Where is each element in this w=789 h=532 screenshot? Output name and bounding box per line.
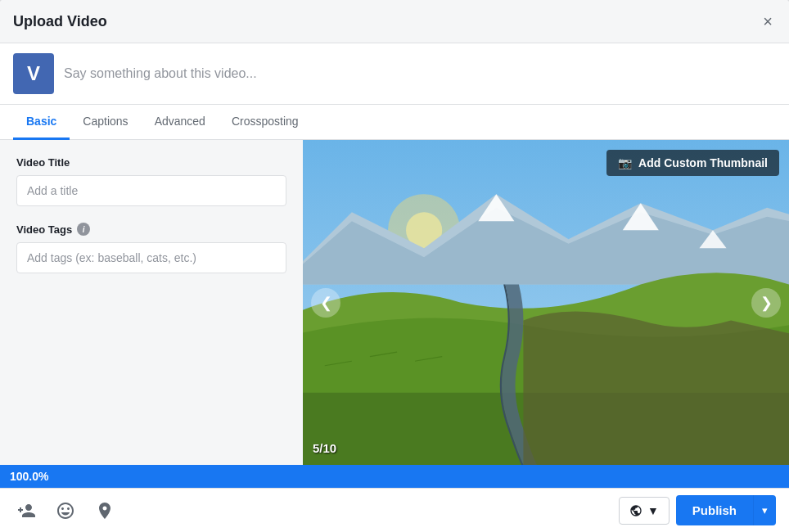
- progress-bar: 100.0%: [0, 465, 789, 488]
- footer-left: [13, 498, 118, 524]
- video-tags-label: Video Tags i: [16, 223, 286, 236]
- thumbnail-counter: 5/10: [313, 441, 336, 455]
- publish-dropdown-arrow: ▾: [762, 504, 768, 516]
- left-panel: Video Title Video Tags i: [0, 140, 303, 465]
- video-title-input[interactable]: [16, 175, 286, 206]
- next-thumbnail-button[interactable]: ❯: [751, 288, 781, 318]
- progress-text: 100.0%: [10, 470, 48, 483]
- location-button[interactable]: [92, 498, 118, 524]
- right-arrow-icon: ❯: [760, 294, 773, 312]
- location-icon: [95, 501, 115, 521]
- video-tags-group: Video Tags i: [16, 223, 286, 273]
- privacy-button[interactable]: ▼: [619, 497, 670, 525]
- modal-header: Upload Video ×: [0, 0, 789, 43]
- upload-video-modal: Upload Video × V Basic Captions Advanced…: [0, 0, 789, 532]
- publish-btn-group: Publish ▾: [676, 495, 776, 525]
- right-panel: 📷 Add Custom Thumbnail ❮ ❯ 5/10: [303, 140, 789, 465]
- status-input[interactable]: [64, 66, 776, 81]
- tag-friend-icon: [16, 501, 36, 521]
- tags-info-icon[interactable]: i: [77, 223, 90, 236]
- camera-icon: 📷: [618, 156, 632, 169]
- close-button[interactable]: ×: [760, 10, 776, 33]
- video-title-group: Video Title: [16, 156, 286, 206]
- content-area: Video Title Video Tags i: [0, 140, 789, 465]
- tab-captions[interactable]: Captions: [70, 105, 141, 140]
- footer: ▼ Publish ▾: [0, 488, 789, 532]
- tab-basic[interactable]: Basic: [13, 105, 70, 140]
- thumbnail-container: 📷 Add Custom Thumbnail ❮ ❯ 5/10: [303, 140, 789, 465]
- tag-friend-button[interactable]: [13, 498, 39, 524]
- add-custom-thumbnail-button[interactable]: 📷 Add Custom Thumbnail: [606, 150, 779, 176]
- landscape-image: [303, 140, 789, 465]
- video-tags-input[interactable]: [16, 242, 286, 273]
- emoji-icon: [56, 501, 75, 521]
- video-title-label: Video Title: [16, 156, 286, 169]
- modal-title: Upload Video: [13, 13, 107, 30]
- prev-thumbnail-button[interactable]: ❮: [311, 288, 340, 318]
- avatar: V: [13, 53, 54, 94]
- tabs-bar: Basic Captions Advanced Crossposting: [0, 105, 789, 140]
- globe-icon: [629, 504, 642, 517]
- tab-advanced[interactable]: Advanced: [142, 105, 219, 140]
- publish-dropdown-button[interactable]: ▾: [753, 495, 776, 525]
- tab-crossposting[interactable]: Crossposting: [219, 105, 312, 140]
- left-arrow-icon: ❮: [320, 294, 332, 312]
- privacy-arrow: ▼: [647, 504, 659, 517]
- footer-right: ▼ Publish ▾: [619, 495, 776, 525]
- status-bar: V: [0, 43, 789, 105]
- publish-button[interactable]: Publish: [676, 495, 753, 525]
- emoji-button[interactable]: [52, 498, 79, 524]
